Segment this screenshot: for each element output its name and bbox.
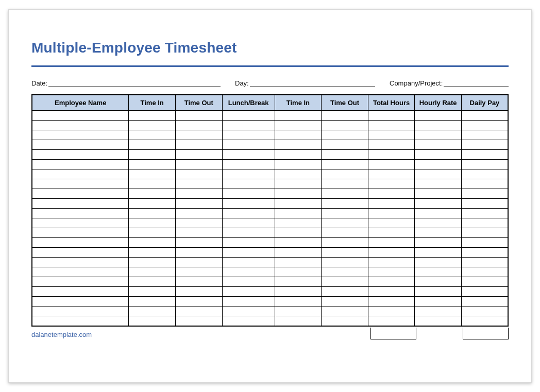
table-cell[interactable] (368, 150, 415, 160)
table-cell[interactable] (415, 228, 462, 238)
table-cell[interactable] (129, 297, 176, 306)
table-cell[interactable] (175, 179, 222, 189)
table-cell[interactable] (322, 277, 368, 287)
table-cell[interactable] (175, 277, 222, 287)
table-cell[interactable] (322, 179, 368, 189)
table-cell[interactable] (175, 130, 222, 140)
table-cell[interactable] (175, 169, 222, 179)
table-cell[interactable] (415, 277, 462, 287)
table-cell[interactable] (461, 248, 508, 258)
table-cell[interactable] (461, 169, 508, 179)
table-cell[interactable] (275, 267, 322, 277)
table-cell[interactable] (275, 287, 322, 297)
table-cell[interactable] (275, 150, 322, 160)
table-cell[interactable] (322, 111, 368, 121)
table-cell[interactable] (461, 209, 508, 218)
table-cell[interactable] (275, 121, 322, 130)
table-cell[interactable] (275, 238, 322, 248)
table-cell[interactable] (461, 179, 508, 189)
table-cell[interactable] (368, 238, 415, 248)
table-cell[interactable] (461, 258, 508, 267)
table-cell[interactable] (175, 160, 222, 169)
table-cell[interactable] (322, 189, 368, 199)
table-cell[interactable] (222, 130, 275, 140)
table-cell[interactable] (175, 228, 222, 238)
table-cell[interactable] (222, 218, 275, 228)
table-cell[interactable] (461, 130, 508, 140)
table-cell[interactable] (322, 169, 368, 179)
table-cell[interactable] (415, 111, 462, 121)
table-cell[interactable] (175, 199, 222, 209)
table-cell[interactable] (275, 258, 322, 267)
table-cell[interactable] (368, 267, 415, 277)
table-cell[interactable] (32, 121, 129, 130)
table-cell[interactable] (32, 111, 129, 121)
table-cell[interactable] (322, 150, 368, 160)
table-cell[interactable] (275, 130, 322, 140)
table-cell[interactable] (32, 160, 129, 169)
table-cell[interactable] (322, 306, 368, 316)
table-cell[interactable] (415, 267, 462, 277)
table-cell[interactable] (222, 248, 275, 258)
table-cell[interactable] (275, 248, 322, 258)
table-cell[interactable] (275, 277, 322, 287)
table-cell[interactable] (32, 150, 129, 160)
table-cell[interactable] (322, 209, 368, 218)
table-cell[interactable] (222, 277, 275, 287)
table-cell[interactable] (222, 306, 275, 316)
table-cell[interactable] (461, 228, 508, 238)
table-cell[interactable] (415, 297, 462, 306)
table-cell[interactable] (222, 267, 275, 277)
table-cell[interactable] (275, 179, 322, 189)
table-cell[interactable] (415, 189, 462, 199)
table-cell[interactable] (275, 306, 322, 316)
table-cell[interactable] (415, 238, 462, 248)
table-cell[interactable] (222, 160, 275, 169)
table-cell[interactable] (322, 267, 368, 277)
company-input-line[interactable] (444, 78, 509, 87)
table-cell[interactable] (32, 130, 129, 140)
table-cell[interactable] (461, 218, 508, 228)
table-cell[interactable] (175, 150, 222, 160)
table-cell[interactable] (175, 238, 222, 248)
table-cell[interactable] (129, 267, 176, 277)
table-cell[interactable] (129, 238, 176, 248)
table-cell[interactable] (368, 218, 415, 228)
table-cell[interactable] (175, 218, 222, 228)
table-cell[interactable] (175, 121, 222, 130)
table-cell[interactable] (368, 169, 415, 179)
table-cell[interactable] (32, 277, 129, 287)
table-cell[interactable] (368, 121, 415, 130)
table-cell[interactable] (222, 258, 275, 267)
table-cell[interactable] (129, 121, 176, 130)
table-cell[interactable] (129, 150, 176, 160)
table-cell[interactable] (129, 130, 176, 140)
table-cell[interactable] (222, 189, 275, 199)
table-cell[interactable] (322, 316, 368, 327)
table-cell[interactable] (175, 248, 222, 258)
table-cell[interactable] (129, 258, 176, 267)
table-cell[interactable] (415, 258, 462, 267)
table-cell[interactable] (175, 306, 222, 316)
table-cell[interactable] (461, 189, 508, 199)
table-cell[interactable] (32, 248, 129, 258)
date-input-line[interactable] (48, 78, 221, 87)
table-cell[interactable] (222, 199, 275, 209)
table-cell[interactable] (461, 267, 508, 277)
day-input-line[interactable] (250, 78, 375, 87)
table-cell[interactable] (32, 306, 129, 316)
table-cell[interactable] (368, 287, 415, 297)
table-cell[interactable] (415, 287, 462, 297)
table-cell[interactable] (32, 267, 129, 277)
table-cell[interactable] (322, 258, 368, 267)
table-cell[interactable] (129, 209, 176, 218)
table-cell[interactable] (222, 287, 275, 297)
table-cell[interactable] (415, 169, 462, 179)
table-cell[interactable] (32, 189, 129, 199)
table-cell[interactable] (322, 297, 368, 306)
table-cell[interactable] (32, 179, 129, 189)
table-cell[interactable] (461, 111, 508, 121)
table-cell[interactable] (275, 169, 322, 179)
table-cell[interactable] (368, 297, 415, 306)
table-cell[interactable] (175, 297, 222, 306)
